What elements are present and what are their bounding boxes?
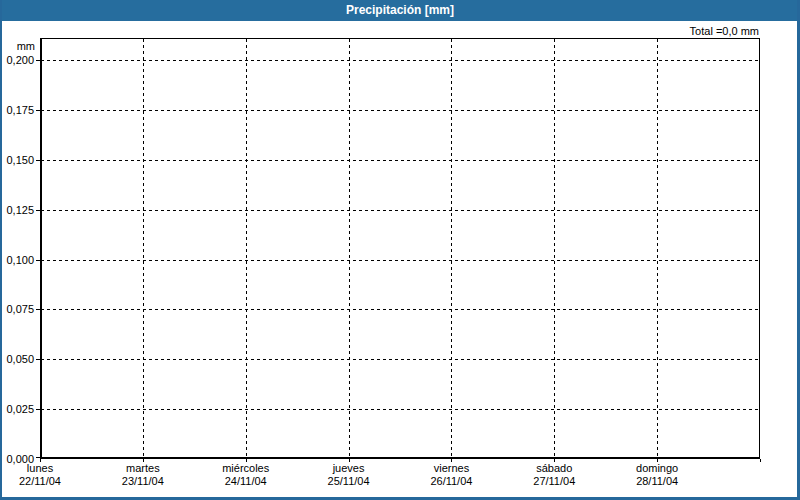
chart-title: Precipitación [mm]	[346, 3, 454, 17]
y-tick-label: 0,050	[0, 352, 34, 366]
total-annotation: Total =0,0 mm	[690, 25, 759, 37]
y-tick-label: 0,150	[0, 153, 34, 167]
chart-window: Precipitación [mm] Total =0,0 mm mm 0,00…	[0, 0, 800, 500]
x-day-label: viernes	[399, 462, 503, 475]
y-tick-label: 0,100	[0, 253, 34, 267]
chart-title-bar: Precipitación [mm]	[0, 0, 800, 21]
y-axis-unit-label: mm	[2, 39, 35, 53]
y-tick-label: 0,175	[0, 103, 34, 117]
y-tick-label: 0,000	[0, 452, 34, 466]
x-axis-tick	[451, 459, 452, 462]
x-axis-tick	[657, 459, 658, 462]
x-date-label: 25/11/04	[297, 475, 401, 488]
x-day-label: lunes	[0, 462, 92, 475]
y-tick-label: 0,200	[0, 53, 34, 67]
plot-area	[40, 38, 760, 459]
x-date-label: 23/11/04	[91, 475, 195, 488]
y-tick-label: 0,025	[0, 402, 34, 416]
x-day-label: miércoles	[194, 462, 298, 475]
y-tick-label: 0,075	[0, 302, 34, 316]
x-axis-tick	[143, 459, 144, 462]
x-day-label: martes	[91, 462, 195, 475]
x-axis-tick	[246, 459, 247, 462]
x-date-label: 22/11/04	[0, 475, 92, 488]
x-axis-tick	[349, 459, 350, 462]
x-day-label: domingo	[605, 462, 709, 475]
x-date-label: 27/11/04	[502, 475, 606, 488]
y-tick-label: 0,125	[0, 203, 34, 217]
x-day-label: jueves	[297, 462, 401, 475]
x-date-label: 26/11/04	[399, 475, 503, 488]
x-date-label: 28/11/04	[605, 475, 709, 488]
x-axis-tick	[554, 459, 555, 462]
x-axis-tick	[760, 459, 761, 462]
x-date-label: 24/11/04	[194, 475, 298, 488]
x-axis-tick	[40, 459, 41, 462]
x-day-label: sábado	[502, 462, 606, 475]
